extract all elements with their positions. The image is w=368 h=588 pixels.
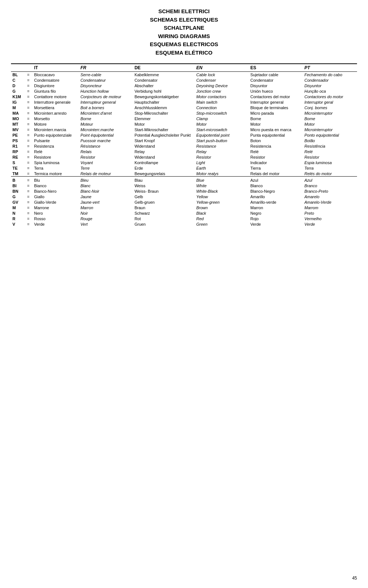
color-pt: Azul	[303, 177, 357, 183]
color-pt: Branco-Preto	[303, 189, 357, 194]
row-pt: Microinterruptor	[303, 127, 357, 132]
row-es: Relé	[249, 149, 303, 154]
color-en: Black	[195, 211, 249, 216]
row-it: Pulsante	[33, 138, 79, 143]
color-eq: =	[26, 189, 33, 194]
row-it: Relè	[33, 149, 79, 154]
color-row: B = Blu Bleu Blau Blue Azul Azul	[11, 177, 357, 183]
row-it: Resistenza	[33, 143, 79, 149]
color-es: Blanco-Negro	[249, 189, 303, 194]
row-it: Punto equipotenziale	[33, 132, 79, 138]
table-row: TE = Terra Terre Erde Earth Tierra Terra	[11, 165, 357, 171]
row-pt: Relé	[303, 149, 357, 154]
color-eq: =	[26, 211, 33, 216]
row-code: PS	[11, 138, 26, 143]
row-fr: Voyant	[79, 160, 133, 165]
row-fr: Serre-cable	[79, 72, 133, 78]
row-de: Widerstand	[133, 143, 195, 149]
row-en: Cable lock	[195, 72, 249, 78]
row-de: Abschalter	[133, 83, 195, 88]
color-it: Nero	[33, 211, 79, 216]
color-eq: =	[26, 222, 33, 227]
color-es: Azul	[249, 177, 303, 183]
row-eq: =	[26, 160, 33, 165]
header-en: EN	[195, 64, 249, 72]
row-fr: Hunction hollow	[79, 88, 133, 94]
row-en: Light	[195, 160, 249, 165]
row-de: Kabelklemme	[133, 72, 195, 78]
row-fr: Microinterr.marche	[79, 127, 133, 132]
row-en: Deyoining Device	[195, 83, 249, 88]
color-es: Negro	[249, 211, 303, 216]
row-de: Start Knopf	[133, 138, 195, 143]
color-row: G = Giallo Jaune Gelb Yellow Amarillo Am…	[11, 194, 357, 200]
row-en: Jonction crew	[195, 88, 249, 94]
row-it: Disgiuntore	[33, 83, 79, 88]
row-pt: Motor	[303, 121, 357, 127]
table-row: R1 = Resistenza Résistance Widerstand Re…	[11, 143, 357, 149]
row-eq: =	[26, 127, 33, 132]
row-fr: Condensateur	[79, 77, 133, 83]
color-row: GV = Giallo-Verde Jaune-vert Gelb-gruen …	[11, 200, 357, 205]
row-de: Bewegungskontaktgeber	[133, 94, 195, 99]
color-pt: Marrom	[303, 205, 357, 211]
color-code: R	[11, 216, 26, 222]
color-pt: Branco	[303, 183, 357, 189]
row-code: MV	[11, 127, 26, 132]
row-code: R1	[11, 143, 26, 149]
color-fr: Rouge	[79, 216, 133, 222]
row-code: PE	[11, 132, 26, 138]
table-row: G = Giuntura filo Hunction hollow Verbid…	[11, 88, 357, 94]
row-en: Start-microswitch	[195, 127, 249, 132]
row-fr: Résistance	[79, 143, 133, 149]
color-fr: Noir	[79, 211, 133, 216]
color-code: V	[11, 222, 26, 227]
color-en: Red	[195, 216, 249, 222]
color-eq: =	[26, 205, 33, 211]
row-it: Contattore motore	[33, 94, 79, 99]
color-it: Bianco-Nero	[33, 189, 79, 194]
row-pt: Resistência	[303, 143, 357, 149]
row-fr: Resistor	[79, 154, 133, 160]
table-row: RP = Relè Relais Relay Relay Relé Relé	[11, 149, 357, 154]
row-es: Punta equipotential	[249, 132, 303, 138]
row-code: D	[11, 83, 26, 88]
row-en: Earth	[195, 165, 249, 171]
color-de: Rot	[133, 216, 195, 222]
color-row: V = Verde Vert Gruen Green Verde Verde	[11, 222, 357, 227]
page-title: SCHEMI ELETTRICI SCHEMAS ELECTRIQUES SCH…	[11, 7, 357, 57]
row-eq: =	[26, 132, 33, 138]
color-it: Verde	[33, 222, 79, 227]
table-row: M = Morsettiera Boit a bornes Anschhluss…	[11, 105, 357, 110]
row-en: Resistance	[195, 143, 249, 149]
row-es: Condensator	[249, 77, 303, 83]
row-code: TE	[11, 165, 26, 171]
color-en: Yellow	[195, 194, 249, 200]
table-row: RE = Resistore Resistor Widerstand Resis…	[11, 154, 357, 160]
row-it: Motore	[33, 121, 79, 127]
row-code: IG	[11, 99, 26, 105]
row-it: Microinterr.marcia	[33, 127, 79, 132]
color-es: Verde	[249, 222, 303, 227]
row-code: MO	[11, 116, 26, 121]
color-fr: Blanc-Noir	[79, 189, 133, 194]
color-code: N	[11, 211, 26, 216]
row-it: Condensatore	[33, 77, 79, 83]
row-it: Microinterr.arresto	[33, 110, 79, 116]
table-row: PS = Pulsante Puossoir marche Start Knop…	[11, 138, 357, 143]
row-pt: Resistor	[303, 154, 357, 160]
row-es: Interruptor general	[249, 99, 303, 105]
row-es: Contactores del motor	[249, 94, 303, 99]
row-eq: =	[26, 138, 33, 143]
row-es: Indicador	[249, 160, 303, 165]
color-it: Giallo	[33, 194, 79, 200]
color-en: Brown	[195, 205, 249, 211]
row-pt: Relés do motor	[303, 171, 357, 177]
row-it: Interruttore generale	[33, 99, 79, 105]
header-de: DE	[133, 64, 195, 72]
color-fr: Blanc	[79, 183, 133, 189]
row-eq: =	[26, 110, 33, 116]
color-pt: Preto	[303, 211, 357, 216]
row-de: Widerstand	[133, 154, 195, 160]
color-es: Amarillo-verde	[249, 200, 303, 205]
